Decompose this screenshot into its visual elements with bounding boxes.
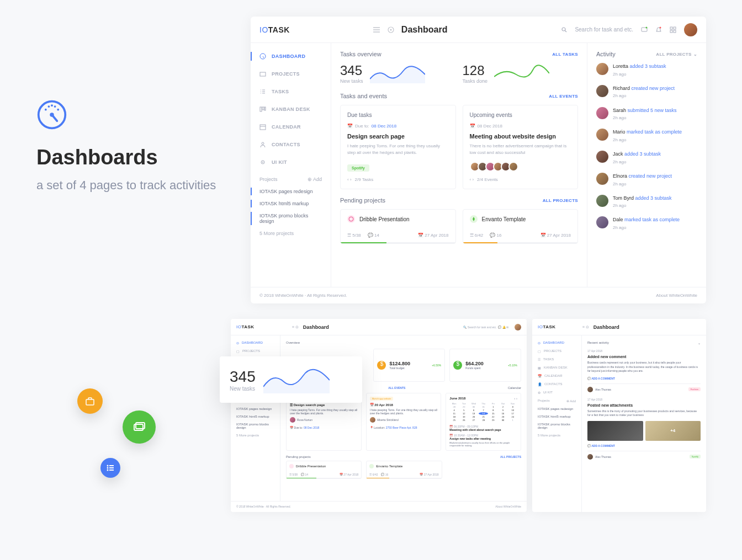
gauge-icon xyxy=(36,99,67,130)
stat-new-tasks: 345New tasks xyxy=(340,63,456,84)
svg-point-3 xyxy=(51,104,53,106)
svg-point-4 xyxy=(54,105,56,108)
list-icon xyxy=(106,463,115,472)
svg-point-34 xyxy=(262,162,263,163)
sidebar-project-1[interactable]: IOTASK pages redesign xyxy=(251,185,331,198)
sidebar-item-projects[interactable]: PROJECTS xyxy=(251,65,331,83)
search-placeholder[interactable]: Search for task and etc. xyxy=(575,26,633,33)
copyright: © 2018 WhiteOnWhite · All Rights Reserve… xyxy=(259,293,347,298)
activity-item[interactable]: Richard created new project2h ago xyxy=(596,85,697,99)
app-footer: © 2018 WhiteOnWhite · All Rights Reserve… xyxy=(251,287,706,303)
activity-item[interactable]: Dale marked task as complete2h ago xyxy=(596,216,697,231)
gauge-icon xyxy=(259,53,266,60)
sidebar-project-3[interactable]: IOTASK promo blocks design xyxy=(251,210,331,227)
activity-item[interactable]: Sarah submitted 5 new tasks2h ago xyxy=(596,107,697,121)
svg-rect-11 xyxy=(109,465,114,466)
sparkline-done xyxy=(494,63,549,83)
envato-icon xyxy=(471,216,476,222)
kanban-icon xyxy=(259,106,266,113)
due-tasks-card: Due tasks 📅Due to: 08 Dec 2018 Design se… xyxy=(340,105,456,189)
attendee-avatars xyxy=(470,162,571,172)
svg-point-32 xyxy=(262,142,264,145)
logo[interactable]: IOTASK xyxy=(259,25,290,34)
menu-icon[interactable] xyxy=(373,26,380,34)
calendar-icon xyxy=(259,124,266,130)
sidebar-item-kanban[interactable]: KANBAN DESK xyxy=(251,100,331,118)
activity-panel: ActivityALL PROJECTS ⌄ Loretta added 3 s… xyxy=(587,43,706,287)
sidebar-item-calendar[interactable]: CALENDAR xyxy=(251,118,331,136)
svg-point-20 xyxy=(646,26,648,28)
activity-item[interactable]: Mario marked task as complete2h ago xyxy=(596,129,697,143)
grid-icon[interactable] xyxy=(670,26,676,33)
main-app-window: IOTASK Dashboard Search for task and etc… xyxy=(251,17,706,303)
svg-point-6 xyxy=(50,113,54,116)
contacts-icon xyxy=(259,141,266,148)
tasks-icon xyxy=(259,88,266,95)
svg-point-1 xyxy=(45,109,47,111)
svg-point-17 xyxy=(390,29,391,30)
overlay-stat-card: 345 New tasks xyxy=(220,356,362,403)
svg-rect-24 xyxy=(670,30,672,33)
main-content: Tasks overviewALL TASKS 345New tasks 128… xyxy=(331,43,587,287)
sidebar-more-projects[interactable]: 5 More projects xyxy=(251,227,331,239)
upcoming-events-card: Upcoming events 📅08 Dec 2018 Meeting abo… xyxy=(463,105,579,189)
bell-icon[interactable] xyxy=(655,26,662,33)
svg-point-10 xyxy=(107,465,109,467)
sidebar-projects-header: Projects⊕ Add xyxy=(251,171,331,185)
svg-rect-27 xyxy=(260,72,266,76)
svg-rect-25 xyxy=(674,30,676,33)
activity-item[interactable]: Elnora created new project2h ago xyxy=(596,173,697,187)
user-avatar[interactable] xyxy=(684,23,697,36)
svg-rect-23 xyxy=(674,27,676,29)
chat-icon[interactable] xyxy=(641,26,648,33)
promo-section: Dashboards a set of 4 pages to track act… xyxy=(36,99,224,194)
pending-card-2[interactable]: Envanto Template ☰ 6/42💬 16📅 27 Apr 2018 xyxy=(463,209,579,244)
activity-item[interactable]: Jack added 3 subtask2h ago xyxy=(596,151,697,165)
briefcase-icon xyxy=(84,396,96,407)
all-events-link[interactable]: ALL EVENTS xyxy=(549,94,578,99)
svg-rect-13 xyxy=(109,467,114,468)
prev-next-nav[interactable]: ‹ › xyxy=(347,177,352,182)
dribble-icon xyxy=(348,216,354,222)
sidebar-item-contacts[interactable]: CONTACTS xyxy=(251,136,331,153)
svg-rect-31 xyxy=(260,125,266,130)
sidebar-item-uikit[interactable]: UI KIT xyxy=(251,153,331,171)
search-icon[interactable] xyxy=(561,27,567,33)
cards-icon xyxy=(132,420,146,434)
all-tasks-link[interactable]: ALL TASKS xyxy=(552,52,578,57)
add-project-button[interactable]: ⊕ Add xyxy=(308,177,322,182)
sidebar-item-tasks[interactable]: TASKS xyxy=(251,83,331,100)
activity-item[interactable]: Loretta added 3 subtask2h ago xyxy=(596,63,697,77)
target-icon[interactable] xyxy=(387,26,395,34)
about-link[interactable]: About WhiteOnWhite xyxy=(656,293,697,298)
list-circle-button[interactable] xyxy=(100,458,120,478)
gear-icon xyxy=(259,159,266,166)
sidebar-project-2[interactable]: IOTASK html5 markup xyxy=(251,198,331,210)
sparkline-new xyxy=(370,63,425,83)
briefcase-circle-button[interactable] xyxy=(77,388,103,414)
sidebar-item-dashboard[interactable]: DASHBOARD xyxy=(251,47,331,65)
activity-item[interactable]: Tom Byrd added 3 subtask2h ago xyxy=(596,195,697,209)
all-projects-link[interactable]: ALL PROJECTS xyxy=(543,198,578,203)
svg-point-35 xyxy=(349,217,353,221)
overlay-sparkline xyxy=(263,366,330,393)
svg-rect-29 xyxy=(262,107,264,110)
svg-point-2 xyxy=(48,105,50,108)
stat-done-tasks: 128Tasks done xyxy=(463,63,579,84)
pending-card-1[interactable]: Dribble Presentation ☰ 5/38💬 14📅 27 Apr … xyxy=(340,209,456,244)
sidebar: DASHBOARD PROJECTS TASKS KANBAN DESK CAL… xyxy=(251,43,331,287)
svg-point-14 xyxy=(107,470,109,471)
svg-point-5 xyxy=(57,109,59,111)
activity-filter[interactable]: ALL PROJECTS ⌄ xyxy=(656,52,697,57)
promo-title: Dashboards xyxy=(36,146,224,169)
tag-spotify[interactable]: Spotify xyxy=(347,164,369,172)
svg-rect-30 xyxy=(264,107,266,110)
tasks-events-heading: Tasks and events xyxy=(340,93,387,99)
svg-rect-28 xyxy=(260,107,262,111)
prev-next-nav[interactable]: ‹ › xyxy=(470,177,474,182)
svg-rect-7 xyxy=(86,399,94,405)
cards-circle-button[interactable] xyxy=(123,410,156,444)
svg-point-18 xyxy=(562,28,565,31)
svg-rect-15 xyxy=(109,470,114,471)
page-title: Dashboard xyxy=(401,25,448,35)
